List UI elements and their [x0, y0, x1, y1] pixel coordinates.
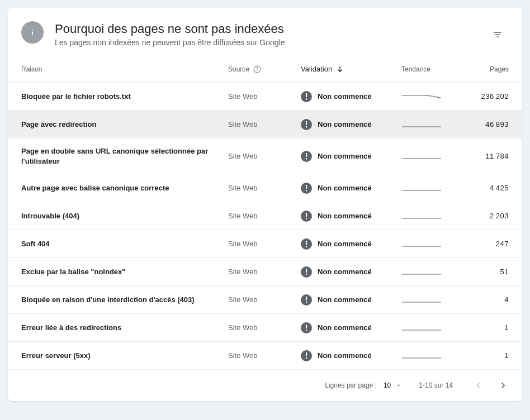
- table-header-row: Raison Source Validation Tendance Pages: [8, 56, 522, 83]
- cell-validation: Non commencé: [301, 183, 401, 194]
- filter-button[interactable]: [486, 23, 509, 46]
- cell-source: Site Web: [228, 240, 301, 248]
- cell-source: Site Web: [228, 212, 301, 220]
- sparkline: [401, 151, 442, 162]
- sparkline: [401, 238, 442, 250]
- col-reason[interactable]: Raison: [21, 65, 228, 73]
- cell-source: Site Web: [228, 351, 301, 360]
- cell-reason: Exclue par la balise "noindex": [21, 267, 228, 277]
- table-row[interactable]: Bloquée en raison d'une interdiction d'a…: [8, 286, 522, 314]
- svg-rect-14: [306, 297, 307, 300]
- sparkline: [401, 91, 442, 102]
- table-row[interactable]: Soft 404 Site Web Non commencé 247: [8, 230, 522, 258]
- validation-label: Non commencé: [318, 184, 372, 192]
- col-validation[interactable]: Validation: [301, 65, 401, 74]
- col-source-label: Source: [228, 65, 249, 73]
- cell-trend: [401, 119, 457, 130]
- table-row[interactable]: Erreur serveur (5xx) Site Web Non commen…: [8, 342, 522, 370]
- svg-rect-9: [306, 218, 307, 219]
- pager: [469, 375, 513, 395]
- status-icon: [301, 294, 312, 306]
- page-subtitle: Les pages non indexées ne peuvent pas êt…: [55, 38, 486, 47]
- col-pages[interactable]: Pages: [457, 65, 509, 73]
- chevron-right-icon: [498, 380, 509, 391]
- table-row[interactable]: Page avec redirection Site Web Non comme…: [8, 111, 522, 139]
- table-row[interactable]: Erreur liée à des redirections Site Web …: [8, 314, 522, 342]
- cell-validation: Non commencé: [301, 91, 401, 102]
- table-row[interactable]: Autre page avec balise canonique correct…: [8, 174, 522, 202]
- cell-trend: [401, 294, 457, 306]
- validation-label: Non commencé: [318, 152, 372, 160]
- rows-per-page-value: 10: [384, 381, 391, 389]
- svg-rect-17: [306, 330, 307, 331]
- validation-label: Non commencé: [318, 351, 372, 360]
- table-row[interactable]: Bloquée par le fichier robots.txt Site W…: [8, 83, 522, 111]
- table-row[interactable]: Exclue par la balise "noindex" Site Web …: [8, 258, 522, 286]
- svg-rect-3: [306, 126, 307, 128]
- cell-trend: [401, 266, 457, 278]
- rows-per-page-select[interactable]: 10: [384, 381, 403, 390]
- svg-rect-10: [306, 241, 307, 245]
- cell-source: Site Web: [228, 184, 301, 192]
- cell-source: Site Web: [228, 268, 301, 276]
- svg-rect-11: [306, 246, 307, 247]
- svg-rect-8: [306, 213, 307, 217]
- cell-pages: 1: [457, 351, 509, 360]
- card-header: Pourquoi des pages ne sont pas indexées …: [8, 8, 522, 56]
- cell-reason: Erreur serveur (5xx): [21, 351, 228, 361]
- validation-label: Non commencé: [318, 240, 372, 248]
- cell-trend: [401, 183, 457, 194]
- sparkline: [401, 294, 442, 306]
- cell-reason: Bloquée par le fichier robots.txt: [21, 92, 228, 102]
- status-icon: [301, 91, 312, 102]
- status-icon: [301, 322, 312, 333]
- cell-source: Site Web: [228, 152, 301, 160]
- status-icon: [301, 266, 312, 278]
- cell-trend: [401, 238, 457, 250]
- cell-pages: 11 784: [457, 152, 509, 160]
- cell-reason: Introuvable (404): [21, 211, 228, 221]
- prev-page-button[interactable]: [469, 375, 489, 395]
- info-icon: [21, 21, 44, 44]
- pagination-range: 1-10 sur 14: [419, 381, 453, 389]
- svg-rect-2: [306, 121, 307, 125]
- cell-pages: 236 202: [457, 92, 509, 101]
- cell-reason: Page en double sans URL canonique sélect…: [21, 146, 228, 166]
- svg-rect-5: [306, 158, 307, 160]
- header-text: Pourquoi des pages ne sont pas indexées …: [55, 21, 486, 47]
- sparkline: [401, 183, 442, 194]
- validation-label: Non commencé: [318, 212, 372, 220]
- validation-label: Non commencé: [318, 92, 372, 101]
- col-source[interactable]: Source: [228, 65, 301, 74]
- cell-pages: 4 425: [457, 184, 509, 192]
- status-icon: [301, 151, 312, 162]
- table-row[interactable]: Introuvable (404) Site Web Non commencé …: [8, 202, 522, 230]
- cell-validation: Non commencé: [301, 238, 401, 250]
- svg-rect-13: [306, 274, 307, 275]
- status-icon: [301, 238, 312, 250]
- next-page-button[interactable]: [493, 375, 513, 395]
- col-trend[interactable]: Tendance: [401, 65, 457, 73]
- help-icon[interactable]: [253, 65, 262, 74]
- cell-reason: Autre page avec balise canonique correct…: [21, 183, 228, 193]
- sort-desc-icon: [335, 65, 344, 74]
- svg-rect-1: [306, 98, 307, 100]
- col-trend-label: Tendance: [401, 65, 430, 73]
- svg-rect-15: [306, 302, 307, 303]
- cell-source: Site Web: [228, 295, 301, 304]
- svg-rect-16: [306, 324, 307, 328]
- svg-rect-7: [306, 190, 307, 192]
- cell-reason: Bloquée en raison d'une interdiction d'a…: [21, 295, 228, 305]
- cell-pages: 4: [457, 295, 509, 304]
- sparkline: [401, 350, 442, 361]
- cell-trend: [401, 322, 457, 333]
- cell-source: Site Web: [228, 92, 301, 101]
- status-icon: [301, 211, 312, 222]
- cell-source: Site Web: [228, 323, 301, 332]
- validation-label: Non commencé: [318, 295, 372, 304]
- table-row[interactable]: Page en double sans URL canonique sélect…: [8, 139, 522, 174]
- cell-pages: 2 203: [457, 212, 509, 220]
- cell-validation: Non commencé: [301, 211, 401, 222]
- filter-icon: [492, 29, 503, 40]
- cell-trend: [401, 211, 457, 222]
